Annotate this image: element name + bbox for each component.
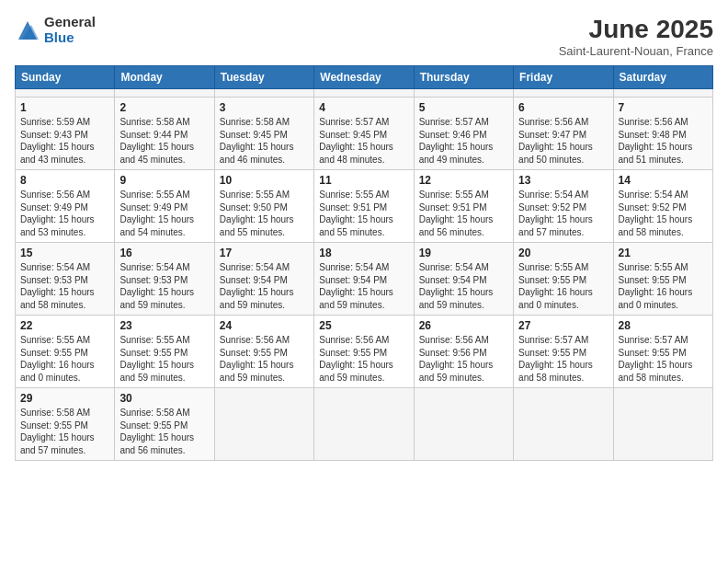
page-header: General Blue June 2025 Saint-Laurent-Nou… (15, 15, 713, 58)
calendar-cell: 27Sunrise: 5:57 AMSunset: 9:55 PMDayligh… (514, 316, 613, 388)
calendar-cell: 9Sunrise: 5:55 AMSunset: 9:49 PMDaylight… (115, 170, 214, 243)
day-info: Sunrise: 5:56 AMSunset: 9:47 PMDaylight:… (518, 116, 608, 166)
day-info: Sunrise: 5:58 AMSunset: 9:45 PMDaylight:… (220, 116, 309, 166)
day-info: Sunrise: 5:54 AMSunset: 9:54 PMDaylight:… (220, 261, 309, 311)
calendar-cell: 11Sunrise: 5:55 AMSunset: 9:51 PMDayligh… (314, 170, 414, 243)
title-block: June 2025 Saint-Laurent-Nouan, France (559, 15, 713, 58)
day-number: 16 (119, 247, 209, 259)
day-number: 3 (220, 101, 309, 114)
logo-general: General (44, 15, 96, 30)
day-number: 18 (319, 247, 408, 259)
day-number: 2 (119, 101, 209, 114)
calendar-cell: 8Sunrise: 5:56 AMSunset: 9:49 PMDaylight… (16, 170, 115, 243)
day-info: Sunrise: 5:58 AMSunset: 9:55 PMDaylight:… (119, 407, 209, 456)
logo-text: General Blue (44, 15, 96, 45)
calendar-cell (115, 89, 214, 98)
day-info: Sunrise: 5:54 AMSunset: 9:52 PMDaylight:… (619, 189, 708, 238)
calendar-cell: 21Sunrise: 5:55 AMSunset: 9:55 PMDayligh… (613, 243, 712, 316)
calendar-cell (414, 388, 513, 461)
logo: General Blue (15, 15, 96, 45)
calendar-cell: 14Sunrise: 5:54 AMSunset: 9:52 PMDayligh… (613, 170, 712, 243)
calendar-cell: 23Sunrise: 5:55 AMSunset: 9:55 PMDayligh… (115, 316, 214, 388)
calendar-week-row: 8Sunrise: 5:56 AMSunset: 9:49 PMDaylight… (16, 170, 713, 243)
calendar-cell: 19Sunrise: 5:54 AMSunset: 9:54 PMDayligh… (414, 243, 513, 316)
calendar-cell: 4Sunrise: 5:57 AMSunset: 9:45 PMDaylight… (314, 98, 414, 170)
weekday-header: Tuesday (214, 66, 313, 89)
weekday-header: Thursday (414, 66, 513, 89)
calendar-cell: 3Sunrise: 5:58 AMSunset: 9:45 PMDaylight… (214, 98, 313, 170)
logo-blue: Blue (44, 30, 96, 46)
day-number: 1 (20, 101, 109, 114)
day-info: Sunrise: 5:55 AMSunset: 9:55 PMDaylight:… (20, 334, 109, 384)
calendar-cell (414, 89, 513, 98)
weekday-header: Saturday (613, 66, 712, 89)
day-info: Sunrise: 5:55 AMSunset: 9:49 PMDaylight:… (119, 189, 209, 238)
day-info: Sunrise: 5:54 AMSunset: 9:52 PMDaylight:… (518, 189, 608, 238)
calendar-week-row: 1Sunrise: 5:59 AMSunset: 9:43 PMDaylight… (16, 98, 713, 170)
day-number: 11 (319, 174, 408, 187)
calendar-week-row: 15Sunrise: 5:54 AMSunset: 9:53 PMDayligh… (16, 243, 713, 316)
day-number: 29 (20, 392, 109, 405)
weekday-header-row: SundayMondayTuesdayWednesdayThursdayFrid… (16, 66, 713, 89)
day-number: 9 (119, 174, 209, 187)
calendar-cell (314, 388, 414, 461)
calendar-cell (16, 89, 115, 98)
calendar-cell (514, 89, 613, 98)
day-info: Sunrise: 5:57 AMSunset: 9:46 PMDaylight:… (419, 116, 508, 166)
calendar-cell: 22Sunrise: 5:55 AMSunset: 9:55 PMDayligh… (16, 316, 115, 388)
calendar-cell (214, 89, 313, 98)
calendar-cell: 24Sunrise: 5:56 AMSunset: 9:55 PMDayligh… (214, 316, 313, 388)
day-number: 5 (419, 101, 508, 114)
calendar-cell: 25Sunrise: 5:56 AMSunset: 9:55 PMDayligh… (314, 316, 414, 388)
day-info: Sunrise: 5:58 AMSunset: 9:44 PMDaylight:… (119, 116, 209, 166)
day-number: 10 (220, 174, 309, 187)
day-number: 20 (518, 247, 608, 259)
day-info: Sunrise: 5:55 AMSunset: 9:55 PMDaylight:… (518, 261, 608, 311)
day-info: Sunrise: 5:56 AMSunset: 9:55 PMDaylight:… (220, 334, 309, 384)
calendar-cell (613, 388, 712, 461)
day-number: 6 (518, 101, 608, 114)
calendar-cell: 30Sunrise: 5:58 AMSunset: 9:55 PMDayligh… (115, 388, 214, 461)
calendar-cell: 10Sunrise: 5:55 AMSunset: 9:50 PMDayligh… (214, 170, 313, 243)
day-number: 30 (119, 392, 209, 405)
day-info: Sunrise: 5:58 AMSunset: 9:55 PMDaylight:… (20, 407, 109, 456)
calendar-week-row: 29Sunrise: 5:58 AMSunset: 9:55 PMDayligh… (16, 388, 713, 461)
day-info: Sunrise: 5:56 AMSunset: 9:49 PMDaylight:… (20, 189, 109, 238)
day-info: Sunrise: 5:56 AMSunset: 9:55 PMDaylight:… (319, 334, 408, 384)
calendar-cell: 5Sunrise: 5:57 AMSunset: 9:46 PMDaylight… (414, 98, 513, 170)
day-number: 24 (220, 319, 309, 332)
calendar-cell: 6Sunrise: 5:56 AMSunset: 9:47 PMDaylight… (514, 98, 613, 170)
day-number: 15 (20, 247, 109, 259)
calendar-cell: 26Sunrise: 5:56 AMSunset: 9:56 PMDayligh… (414, 316, 513, 388)
day-info: Sunrise: 5:56 AMSunset: 9:48 PMDaylight:… (619, 116, 708, 166)
calendar-week-row: 22Sunrise: 5:55 AMSunset: 9:55 PMDayligh… (16, 316, 713, 388)
day-info: Sunrise: 5:55 AMSunset: 9:55 PMDaylight:… (119, 334, 209, 384)
day-number: 14 (619, 174, 708, 187)
calendar-cell: 7Sunrise: 5:56 AMSunset: 9:48 PMDaylight… (613, 98, 712, 170)
day-number: 4 (319, 101, 408, 114)
calendar-table: SundayMondayTuesdayWednesdayThursdayFrid… (15, 65, 713, 461)
weekday-header: Friday (514, 66, 613, 89)
day-info: Sunrise: 5:57 AMSunset: 9:55 PMDaylight:… (518, 334, 608, 384)
calendar-cell (214, 388, 313, 461)
day-info: Sunrise: 5:57 AMSunset: 9:55 PMDaylight:… (619, 334, 708, 384)
weekday-header: Sunday (16, 66, 115, 89)
day-number: 7 (619, 101, 708, 114)
day-info: Sunrise: 5:54 AMSunset: 9:54 PMDaylight:… (419, 261, 508, 311)
calendar-cell: 16Sunrise: 5:54 AMSunset: 9:53 PMDayligh… (115, 243, 214, 316)
calendar-cell: 29Sunrise: 5:58 AMSunset: 9:55 PMDayligh… (16, 388, 115, 461)
calendar-cell: 17Sunrise: 5:54 AMSunset: 9:54 PMDayligh… (214, 243, 313, 316)
day-number: 17 (220, 247, 309, 259)
day-info: Sunrise: 5:55 AMSunset: 9:51 PMDaylight:… (319, 189, 408, 238)
calendar-cell: 18Sunrise: 5:54 AMSunset: 9:54 PMDayligh… (314, 243, 414, 316)
day-info: Sunrise: 5:55 AMSunset: 9:50 PMDaylight:… (220, 189, 309, 238)
day-info: Sunrise: 5:54 AMSunset: 9:53 PMDaylight:… (119, 261, 209, 311)
day-number: 13 (518, 174, 608, 187)
day-number: 27 (518, 319, 608, 332)
calendar-cell: 1Sunrise: 5:59 AMSunset: 9:43 PMDaylight… (16, 98, 115, 170)
calendar-cell (514, 388, 613, 461)
day-number: 8 (20, 174, 109, 187)
calendar-week-row (16, 89, 713, 98)
day-number: 28 (619, 319, 708, 332)
weekday-header: Wednesday (314, 66, 414, 89)
